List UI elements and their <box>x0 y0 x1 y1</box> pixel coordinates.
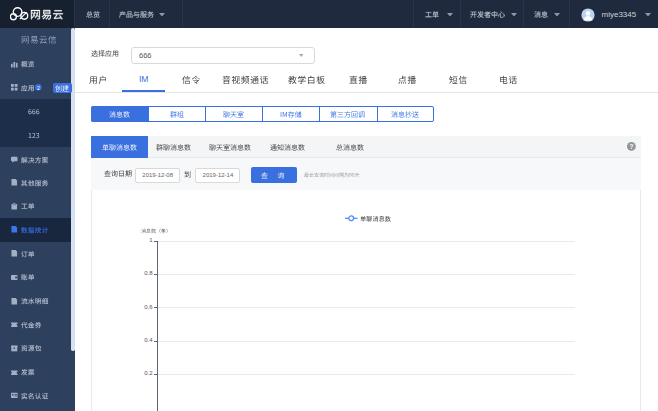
svg-text:2: 2 <box>37 85 40 91</box>
svg-text:?: ? <box>630 143 634 150</box>
